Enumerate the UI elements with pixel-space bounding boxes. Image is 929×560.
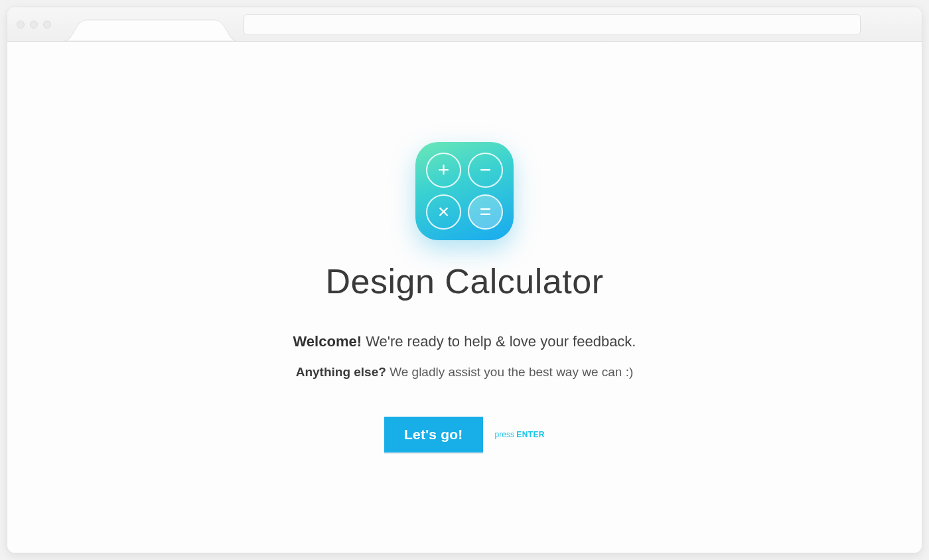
plus-icon: + (426, 153, 461, 188)
equals-icon: = (468, 194, 503, 230)
multiply-glyph: × (438, 202, 450, 222)
equals-glyph: = (480, 202, 492, 222)
maximize-window-icon[interactable] (43, 21, 51, 29)
hint-prefix: press (495, 430, 517, 439)
browser-window: + − × = Design Calculator Welcome! We're… (7, 7, 922, 553)
minus-icon: − (468, 153, 503, 188)
welcome-rest: We're ready to help & love your feedback… (362, 333, 636, 350)
minimize-window-icon[interactable] (30, 21, 38, 29)
lets-go-button[interactable]: Let's go! (384, 417, 482, 453)
address-bar[interactable] (244, 14, 861, 35)
hero: + − × = Design Calculator Welcome! We're… (293, 142, 636, 453)
window-controls (17, 21, 51, 29)
browser-tab[interactable] (64, 19, 237, 41)
page-title: Design Calculator (326, 261, 604, 301)
page-content: + − × = Design Calculator Welcome! We're… (7, 42, 922, 553)
close-window-icon[interactable] (17, 21, 25, 29)
plus-glyph: + (438, 160, 450, 180)
minus-glyph: − (480, 160, 492, 180)
subline-bold: Anything else? (296, 365, 386, 379)
browser-chrome (7, 7, 922, 42)
sub-line: Anything else? We gladly assist you the … (296, 365, 634, 380)
calculator-app-icon: + − × = (415, 142, 514, 240)
hint-key: ENTER (516, 430, 545, 439)
cta-row: Let's go! press ENTER (384, 417, 545, 453)
press-enter-hint: press ENTER (495, 430, 545, 439)
welcome-bold: Welcome! (293, 333, 362, 350)
multiply-icon: × (426, 194, 461, 230)
welcome-line: Welcome! We're ready to help & love your… (293, 333, 636, 350)
subline-rest: We gladly assist you the best way we can… (386, 365, 633, 379)
